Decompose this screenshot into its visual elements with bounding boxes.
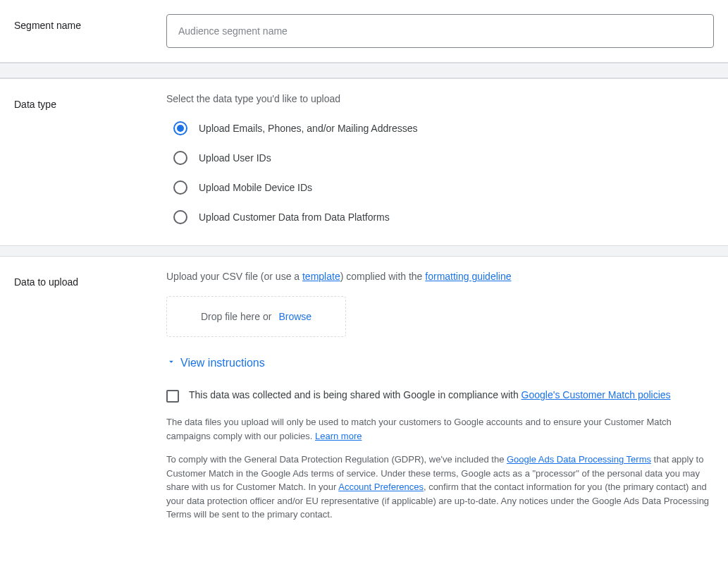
data-type-content: Select the data type you'd like to uploa… xyxy=(166,93,714,231)
data-upload-label: Data to upload xyxy=(14,271,166,532)
radio-label: Upload Mobile Device IDs xyxy=(199,182,312,193)
customer-match-policies-link[interactable]: Google's Customer Match policies xyxy=(522,389,671,400)
segment-name-input[interactable] xyxy=(166,14,714,48)
segment-name-content xyxy=(166,14,714,48)
compliance-prefix: This data was collected and is being sha… xyxy=(189,389,522,400)
radio-label: Upload User IDs xyxy=(199,152,271,164)
upload-mid: ) complied with the xyxy=(340,271,426,282)
disclaimer-usage: The data files you upload will only be u… xyxy=(166,415,714,443)
data-upload-content: Upload your CSV file (or use a template)… xyxy=(166,271,714,532)
radio-icon xyxy=(173,210,187,224)
section-divider xyxy=(0,246,728,256)
radio-option-mobileids[interactable]: Upload Mobile Device IDs xyxy=(173,180,714,195)
disclaimer1-pre: The data files you upload will only be u… xyxy=(166,417,672,441)
chevron-down-icon xyxy=(166,357,176,369)
template-link[interactable]: template xyxy=(302,271,340,282)
data-upload-section: Data to upload Upload your CSV file (or … xyxy=(0,256,728,546)
gdpr-part1: To comply with the General Data Protecti… xyxy=(166,454,507,465)
radio-option-dataplatforms[interactable]: Upload Customer Data from Data Platforms xyxy=(173,210,714,224)
upload-prefix: Upload your CSV file (or use a xyxy=(166,271,302,282)
radio-icon xyxy=(173,180,187,195)
radio-icon xyxy=(173,121,187,135)
account-preferences-link[interactable]: Account Preferences xyxy=(338,482,424,492)
data-type-radio-group: Upload Emails, Phones, and/or Mailing Ad… xyxy=(166,121,714,231)
radio-option-userids[interactable]: Upload User IDs xyxy=(173,151,714,165)
section-divider xyxy=(0,63,728,78)
drop-text: Drop file here or xyxy=(201,311,271,322)
radio-option-emails[interactable]: Upload Emails, Phones, and/or Mailing Ad… xyxy=(173,121,714,135)
upload-instruction-text: Upload your CSV file (or use a template)… xyxy=(166,271,714,282)
disclaimer-gdpr: To comply with the General Data Protecti… xyxy=(166,453,714,522)
radio-label: Upload Emails, Phones, and/or Mailing Ad… xyxy=(199,123,418,134)
browse-button[interactable]: Browse xyxy=(278,311,311,322)
segment-name-label: Segment name xyxy=(14,14,166,48)
view-instructions-toggle[interactable]: View instructions xyxy=(166,357,265,369)
view-instructions-row: View instructions xyxy=(166,357,714,389)
formatting-guideline-link[interactable]: formatting guideline xyxy=(425,271,511,282)
compliance-checkbox[interactable] xyxy=(166,390,179,403)
learn-more-link[interactable]: Learn more xyxy=(315,431,362,441)
file-dropzone[interactable]: Drop file here or Browse xyxy=(166,296,346,337)
view-instructions-label: View instructions xyxy=(180,357,265,369)
segment-name-section: Segment name xyxy=(0,0,728,63)
data-type-helper: Select the data type you'd like to uploa… xyxy=(166,93,714,104)
compliance-checkbox-row: This data was collected and is being sha… xyxy=(166,389,714,403)
compliance-label: This data was collected and is being sha… xyxy=(189,389,671,400)
radio-label: Upload Customer Data from Data Platforms xyxy=(199,212,390,223)
radio-icon xyxy=(173,151,187,165)
data-type-section: Data type Select the data type you'd lik… xyxy=(0,78,728,246)
data-type-label: Data type xyxy=(14,93,166,231)
data-processing-terms-link[interactable]: Google Ads Data Processing Terms xyxy=(507,454,651,465)
